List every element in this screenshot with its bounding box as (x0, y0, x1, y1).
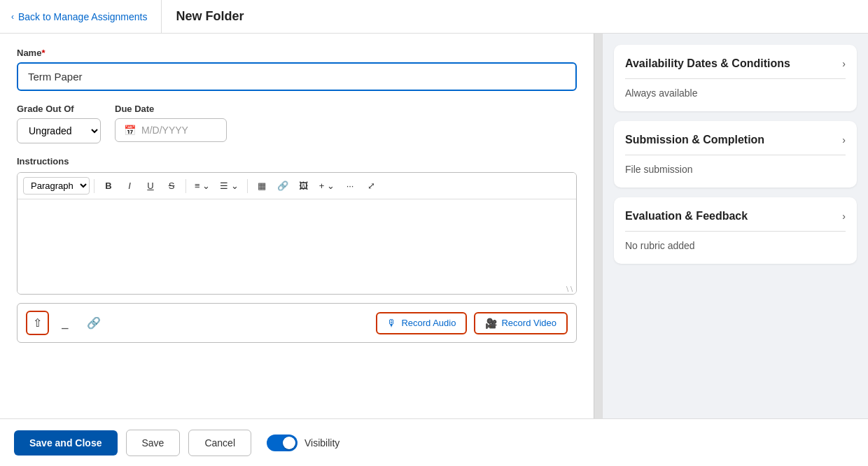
visibility-toggle[interactable] (267, 435, 298, 451)
back-link[interactable]: ‹ Back to Manage Assignments (11, 0, 162, 33)
visibility-label: Visibility (304, 437, 340, 449)
plus-button[interactable]: + ⌄ (315, 178, 339, 194)
record-audio-button[interactable]: 🎙 Record Audio (376, 312, 467, 334)
editor-body[interactable] (18, 199, 576, 283)
resize-handle: ∖∖ (18, 283, 576, 294)
evaluation-card-header: Evaluation & Feedback › (625, 210, 846, 232)
main-layout: Name* Grade Out Of Ungraded Due Date 📅 M… (0, 34, 868, 418)
visibility-wrap: Visibility (267, 435, 340, 451)
availability-card-header: Availability Dates & Conditions › (625, 57, 846, 79)
availability-chevron-icon[interactable]: › (842, 58, 846, 69)
paragraph-select[interactable]: Paragraph (23, 177, 90, 195)
availability-card: Availability Dates & Conditions › Always… (614, 45, 857, 111)
name-input[interactable] (17, 62, 577, 91)
bold-button[interactable]: B (99, 178, 118, 194)
left-panel: Name* Grade Out Of Ungraded Due Date 📅 M… (0, 34, 594, 418)
toolbar-divider-1 (94, 179, 94, 193)
bottom-bar: Save and Close Save Cancel Visibility (0, 418, 868, 466)
flash-button[interactable]: ⎯ (56, 313, 74, 334)
record-audio-label: Record Audio (401, 318, 456, 328)
upload-button[interactable]: ⇧ (26, 311, 49, 335)
list-button[interactable]: ☰ ⌄ (216, 178, 243, 194)
back-label: Back to Manage Assignments (18, 11, 147, 22)
more-button[interactable]: ··· (340, 178, 360, 194)
toggle-thumb (283, 437, 295, 449)
image-button[interactable]: 🖼 (294, 178, 314, 194)
align-button[interactable]: ≡ ⌄ (190, 178, 214, 194)
evaluation-title: Evaluation & Feedback (625, 210, 748, 223)
save-close-button[interactable]: Save and Close (14, 430, 118, 456)
evaluation-chevron-icon[interactable]: › (842, 211, 846, 222)
upload-icon: ⇧ (33, 316, 42, 330)
link-button[interactable]: 🔗 (273, 178, 293, 194)
scrollbar[interactable] (594, 34, 602, 418)
submission-card: Submission & Completion › File submissio… (614, 121, 857, 188)
underline-button[interactable]: U (141, 178, 160, 194)
grade-field: Grade Out Of Ungraded (17, 104, 101, 143)
grade-date-row: Grade Out Of Ungraded Due Date 📅 M/D/YYY… (17, 104, 577, 143)
instructions-label: Instructions (17, 156, 577, 167)
link-attach-icon: 🔗 (87, 317, 101, 329)
date-placeholder: M/D/YYYY (141, 125, 188, 136)
cancel-button[interactable]: Cancel (188, 430, 251, 456)
right-panel: Availability Dates & Conditions › Always… (602, 34, 868, 418)
calendar-icon: 📅 (124, 125, 136, 136)
attachment-bar: ⇧ ⎯ 🔗 🎙 Record Audio 🎥 Record Video (17, 303, 577, 343)
fullscreen-button[interactable]: ⤢ (361, 178, 381, 194)
save-button[interactable]: Save (126, 430, 181, 456)
italic-button[interactable]: I (120, 178, 139, 194)
submission-title: Submission & Completion (625, 134, 764, 146)
evaluation-body: No rubric added (625, 232, 846, 251)
submission-body: File submission (625, 155, 846, 175)
link-attach-button[interactable]: 🔗 (81, 312, 106, 334)
submission-card-header: Submission & Completion › (625, 134, 846, 155)
folder-title: New Folder (162, 9, 244, 24)
grade-select[interactable]: Ungraded (17, 118, 101, 143)
record-video-label: Record Video (501, 318, 556, 328)
date-field: Due Date 📅 M/D/YYYY (115, 104, 227, 142)
top-bar: ‹ Back to Manage Assignments New Folder (0, 0, 868, 34)
toolbar-divider-2 (186, 179, 186, 193)
due-date-label: Due Date (115, 104, 227, 114)
availability-title: Availability Dates & Conditions (625, 57, 790, 70)
record-video-button[interactable]: 🎥 Record Video (474, 312, 568, 334)
required-indicator: * (41, 48, 45, 58)
flash-icon: ⎯ (62, 317, 69, 329)
editor-toolbar: Paragraph B I U S ≡ ⌄ ☰ ⌄ ▦ 🔗 🖼 + ⌄ ··· … (18, 173, 576, 199)
name-label: Name* (17, 48, 577, 58)
strikethrough-button[interactable]: S (162, 178, 181, 194)
availability-body: Always available (625, 79, 846, 99)
back-chevron-icon: ‹ (11, 12, 14, 22)
due-date-input[interactable]: 📅 M/D/YYYY (115, 118, 227, 142)
editor-container: Paragraph B I U S ≡ ⌄ ☰ ⌄ ▦ 🔗 🖼 + ⌄ ··· … (17, 172, 577, 295)
submission-chevron-icon[interactable]: › (842, 134, 846, 146)
grade-label: Grade Out Of (17, 104, 101, 114)
table-button[interactable]: ▦ (252, 178, 272, 194)
toolbar-divider-3 (247, 179, 248, 193)
mic-icon: 🎙 (387, 318, 397, 329)
video-icon: 🎥 (485, 318, 497, 329)
evaluation-card: Evaluation & Feedback › No rubric added (614, 197, 857, 264)
